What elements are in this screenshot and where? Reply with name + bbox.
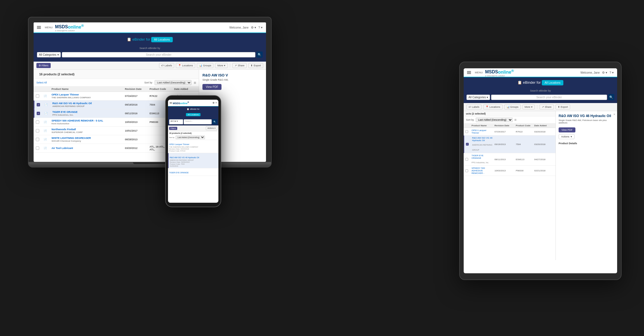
tablet-product-name-0[interactable]: OPEX Lacquer Thinner bbox=[472, 129, 493, 134]
checkbox-3[interactable] bbox=[36, 120, 39, 124]
phone-code-meta-1: Product Code: 7504 bbox=[170, 163, 217, 165]
phone-sort-select[interactable]: Last Added (Descending) bbox=[176, 136, 205, 139]
tablet-checkbox-2[interactable] bbox=[465, 158, 468, 161]
tablet-detail-panel: ✕ R&O AW ISO VG 46 Hydraulic Oil Single … bbox=[556, 111, 617, 260]
product-name-0[interactable]: OPEX Lacquer Thinner bbox=[52, 93, 123, 96]
checkbox-0[interactable] bbox=[36, 94, 39, 98]
sort-select[interactable]: Last Added (Descending) bbox=[155, 80, 192, 85]
product-name-3[interactable]: SPEEDY 500 ADHESIVE REMOVER - 5 GAL bbox=[52, 119, 123, 122]
product-name-5[interactable]: WHITE LIGHTNING DEGREASER bbox=[52, 137, 123, 139]
phone-search-input[interactable]: Search... bbox=[184, 119, 212, 124]
product-count: 16 products (2 selected) bbox=[36, 71, 77, 78]
tablet-checkbox-0[interactable] bbox=[465, 130, 468, 133]
tablet-product-row-2[interactable]: TIGER EYE ORANGE PPG Industries, Inc. 08… bbox=[464, 153, 556, 166]
checkbox-1[interactable]: ✓ bbox=[37, 103, 40, 106]
tablet-product-info-3: SPEEDY 500 ADHESIVE REMOVER - bbox=[472, 167, 493, 174]
product-info-6: Air Tool Lubricant bbox=[52, 147, 123, 150]
phone-toolbar: Filters Actions ▾ bbox=[168, 125, 218, 131]
phone-menu-icon[interactable] bbox=[170, 102, 172, 104]
help-btn[interactable]: ? ▾ bbox=[258, 26, 263, 29]
phone-product-row-0[interactable]: OPEX Lacquer Thinner THE SHERWIN-WILLIAM… bbox=[168, 140, 218, 153]
export-btn[interactable]: ⬆ Export bbox=[248, 63, 263, 68]
tablet-product-name-2[interactable]: TIGER EYE ORANGE bbox=[472, 154, 493, 159]
tablet-product-name-1[interactable]: R&O AW ISO VG 46 Hydraulic Oil bbox=[472, 137, 493, 142]
menu-icon[interactable] bbox=[37, 26, 41, 29]
more-btn[interactable]: More ▾ bbox=[215, 63, 228, 68]
tablet-grid-icon[interactable]: ⊞ bbox=[514, 118, 517, 121]
select-all-link[interactable]: Select All bbox=[36, 81, 47, 84]
phone-search-row: All Cat ▾ Search... 🔍 bbox=[168, 118, 218, 125]
phone-product-company-0: THE SHERWIN-WILLIAMS COMPANY bbox=[169, 146, 217, 148]
tablet-labels-btn[interactable]: 🏷 Labels bbox=[466, 104, 482, 109]
tablet-product-row-3[interactable]: SPEEDY 500 ADHESIVE REMOVER - 10/03/2013… bbox=[464, 166, 556, 176]
tablet-product-company-1: AMERICAN REFINING GROUP bbox=[472, 144, 492, 151]
tablet-checkbox-3[interactable] bbox=[465, 169, 468, 172]
product-info-2: TIGER EYE ORANGE PPG Industries, Inc. bbox=[52, 111, 123, 116]
tablet-product-name-3[interactable]: SPEEDY 500 ADHESIVE REMOVER - bbox=[472, 167, 493, 174]
search-input-placeholder: Search your eBinder bbox=[64, 53, 253, 56]
labels-btn[interactable]: 🏷 Labels bbox=[159, 63, 174, 68]
phone-help-btn[interactable]: ? bbox=[216, 102, 217, 104]
tablet-share-btn[interactable]: ↗ Share bbox=[540, 104, 554, 109]
laptop-hero-banner: 📋 eBinder for All Locations Search eBind… bbox=[34, 33, 266, 62]
doc-icon-5: 📄 bbox=[44, 138, 47, 141]
locations-btn[interactable]: 📍 Locations bbox=[176, 63, 195, 68]
grid-icon[interactable]: ⊞ bbox=[194, 81, 196, 84]
tablet-all-locations-btn[interactable]: All Locations bbox=[542, 80, 563, 85]
phone-logo: MSDSonline® bbox=[173, 101, 189, 105]
tablet-view-pdf-btn[interactable]: View PDF bbox=[559, 127, 575, 132]
tablet-menu-icon[interactable] bbox=[467, 71, 471, 74]
filters-button[interactable]: ⚙ Filters bbox=[36, 63, 51, 68]
tablet-product-info-1: R&O AW ISO VG 46 Hydraulic Oil AMERICAN … bbox=[472, 137, 493, 152]
settings-btn[interactable]: ⚙ ▾ bbox=[251, 26, 256, 29]
tablet-export-btn[interactable]: ⬆ Export bbox=[556, 104, 570, 109]
tablet-locations-btn[interactable]: 📍 Locations bbox=[483, 104, 503, 109]
phone-all-locations-btn[interactable]: All Locations bbox=[186, 113, 200, 116]
phone-search-btn[interactable]: 🔍 bbox=[212, 119, 217, 124]
tablet-search-btn[interactable]: 🔍 bbox=[608, 94, 614, 100]
checkbox-6[interactable] bbox=[36, 146, 39, 150]
revision-3: 10/03/2013 bbox=[125, 121, 147, 123]
category-select[interactable]: All Categories ▾ bbox=[37, 52, 61, 57]
tablet-more-btn[interactable]: More ▾ bbox=[522, 104, 535, 109]
tablet-product-info-2: TIGER EYE ORANGE PPG Industries, Inc. bbox=[472, 154, 493, 164]
phone-filters-btn[interactable]: Filters bbox=[169, 127, 177, 130]
tablet-product-row-1[interactable]: ✓ R&O AW ISO VG 46 Hydraulic Oil AMERICA… bbox=[464, 136, 556, 153]
product-name-2[interactable]: TIGER EYE ORANGE bbox=[52, 111, 123, 113]
all-locations-btn[interactable]: All Locations bbox=[151, 37, 173, 42]
phone-product-row-1[interactable]: R&O AW ISO VG 46 Hydraulic Oil AMERICAN … bbox=[168, 153, 218, 168]
tablet-groups-btn[interactable]: 📊 Groups bbox=[504, 104, 521, 109]
laptop-base bbox=[28, 162, 272, 167]
doc-icon-1: 📄 bbox=[45, 103, 48, 106]
product-name-1[interactable]: R&O AW ISO VG 46 Hydraulic Oil bbox=[52, 102, 123, 105]
tablet-product-row-0[interactable]: OPEX Lacquer Thinner 07/24/2017 R7K22 03… bbox=[464, 128, 556, 136]
search-button[interactable]: 🔍 bbox=[256, 52, 263, 58]
checkbox-5[interactable] bbox=[36, 138, 39, 141]
tablet-device: MENU MSDSonline® a VelocityEHS solution … bbox=[459, 62, 622, 280]
tablet-detail-subtitle: Single Grade R&O AW, Petroleum base oils… bbox=[559, 119, 614, 124]
product-name-4[interactable]: Northwoods Fireball bbox=[52, 128, 123, 131]
phone-product-name-0[interactable]: OPEX Lacquer Thinner bbox=[169, 143, 189, 145]
phone-product-row-2[interactable]: TIGER EYE ORANGE bbox=[168, 168, 218, 176]
phone-actions-btn[interactable]: Actions ▾ bbox=[206, 126, 217, 130]
phone-product-name-2[interactable]: TIGER EYE ORANGE bbox=[169, 172, 189, 174]
tablet-category-select[interactable]: All Categories ▾ bbox=[466, 95, 490, 100]
share-btn[interactable]: ↗ Share bbox=[232, 63, 247, 68]
tablet-help-btn[interactable]: ? ▾ bbox=[610, 71, 614, 74]
checkbox-2[interactable]: ✓ bbox=[37, 112, 40, 115]
tablet-checkbox-1[interactable]: ✓ bbox=[466, 143, 469, 146]
tablet-close-btn[interactable]: ✕ bbox=[613, 113, 615, 116]
product-company-3: Kent Automotive bbox=[52, 122, 69, 125]
phone-category-select[interactable]: All Cat ▾ bbox=[169, 119, 183, 124]
tablet-settings-btn[interactable]: ⚙ ▾ bbox=[602, 71, 607, 74]
view-pdf-btn[interactable]: View PDF bbox=[202, 84, 221, 90]
product-name-6[interactable]: Air Tool Lubricant bbox=[52, 147, 123, 150]
tablet-menu-label: MENU bbox=[475, 71, 483, 74]
phone-settings-btn[interactable]: ⚙ bbox=[213, 102, 214, 104]
phone-product-name-1[interactable]: R&O AW ISO VG 46 Hydraulic Oil bbox=[170, 157, 199, 158]
tablet-date-2: 04/27/2018 bbox=[534, 158, 554, 161]
checkbox-4[interactable] bbox=[36, 129, 39, 132]
product-company-0: THE SHERWIN-WILLIAMS COMPANY bbox=[52, 96, 91, 99]
tablet-actions-btn[interactable]: Actions ▾ bbox=[559, 134, 575, 139]
groups-btn[interactable]: 📊 Groups bbox=[197, 63, 214, 68]
